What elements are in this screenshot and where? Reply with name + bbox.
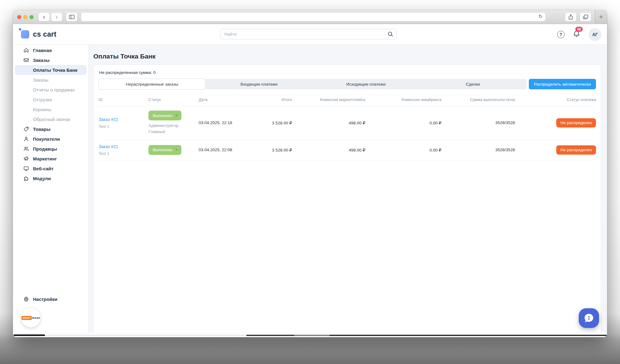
address-bar[interactable]: ↻ xyxy=(81,13,545,21)
sidebar-toggle-button[interactable] xyxy=(66,13,77,21)
sidebar-panel-icon xyxy=(69,15,75,19)
toolbar-right xyxy=(565,13,591,21)
order-date: 03.04.2025, 22:08 xyxy=(199,140,253,160)
new-tab-button[interactable]: + xyxy=(595,10,607,24)
plus-icon: + xyxy=(599,13,603,21)
page-title: Оплаты Точка Банк xyxy=(93,53,601,60)
caret-down-icon xyxy=(175,149,178,151)
smartrules-logo[interactable]: SMART RULES xyxy=(21,308,40,327)
chat-widget-button[interactable] xyxy=(579,308,599,328)
horizontal-scrollbar-thumb[interactable] xyxy=(14,334,45,336)
sidebar-item-modules[interactable]: Модули xyxy=(13,173,88,183)
monitor-icon xyxy=(23,165,29,172)
order-status-dropdown[interactable]: Выполнен xyxy=(148,111,181,120)
app-body: Главная Заказы Оплаты Точка Банк Заказы … xyxy=(13,45,607,333)
marketplace-fee: 498.00 ₽ xyxy=(292,140,365,160)
payments-table: ID Статус Дата Итого Комиссия маркетплей… xyxy=(99,95,596,160)
zoom-window-button[interactable] xyxy=(30,15,34,19)
inbox-icon xyxy=(23,57,29,63)
forward-button[interactable]: › xyxy=(51,13,62,21)
browser-titlebar: ‹ › ↻ + xyxy=(13,10,607,24)
tabs-icon xyxy=(583,14,588,19)
sidebar-item-customers[interactable]: Покупатели xyxy=(13,134,88,144)
search-icon[interactable] xyxy=(388,31,393,37)
order-link[interactable]: Заказ #22 xyxy=(99,117,118,122)
marketplace-fee: 498.00 ₽ xyxy=(292,106,365,140)
global-search xyxy=(220,29,397,39)
status-author: Администратор Главный xyxy=(148,123,185,135)
minimize-window-button[interactable] xyxy=(23,15,27,19)
column-header-date: Дата xyxy=(199,95,253,106)
order-link[interactable]: Заказ #21 xyxy=(99,144,118,149)
cs-cart-app: cs cart ? 68 АГ Главная xyxy=(13,24,607,333)
help-icon[interactable]: ? xyxy=(557,31,565,38)
sidebar: Главная Заказы Оплаты Точка Банк Заказы … xyxy=(13,45,89,333)
header-actions: ? 68 АГ xyxy=(557,24,602,45)
column-header-id: ID xyxy=(99,95,148,106)
tag-icon xyxy=(23,126,29,132)
tab-outgoing-payments[interactable]: Исходящие платежи xyxy=(313,79,419,89)
share-button[interactable] xyxy=(565,13,576,21)
table-header-row: ID Статус Дата Итого Комиссия маркетплей… xyxy=(99,95,596,106)
order-total: 3 528.00 ₽ xyxy=(253,106,292,140)
sidebar-item-sales-reports[interactable]: Отчеты о продажах xyxy=(13,85,88,95)
distribute-automatically-button[interactable]: Распределить автоматически xyxy=(529,79,596,89)
sidebar-item-home[interactable]: Главная xyxy=(13,45,88,55)
home-icon xyxy=(23,47,29,53)
payout-balance: 3528/3528 xyxy=(441,140,515,160)
smartrules-logo-smart: SMART xyxy=(22,316,32,320)
browser-window: ‹ › ↻ + cs cart xyxy=(13,10,607,337)
column-header-payout-balance: Сумма выплаты/остаток xyxy=(441,95,515,106)
reload-icon[interactable]: ↻ xyxy=(539,14,543,19)
chevron-left-icon: ‹ xyxy=(43,13,45,20)
payments-card: Не распределенная сумма: 0 Нераспределен… xyxy=(93,64,601,333)
column-header-status: Статус xyxy=(148,95,199,106)
sidebar-item-orders-sub[interactable]: Заказы xyxy=(13,75,88,85)
window-controls xyxy=(17,15,34,19)
caret-down-icon xyxy=(175,115,178,116)
payout-balance: 3528/3528 xyxy=(441,106,515,140)
acquiring-fee: 0.00 ₽ xyxy=(365,140,441,160)
close-window-button[interactable] xyxy=(17,15,21,19)
sidebar-item-tochka-bank-payments[interactable]: Оплаты Точка Банк xyxy=(15,65,87,75)
smartrules-logo-rules: RULES xyxy=(32,317,40,319)
sidebar-item-settings[interactable]: Настройки xyxy=(13,294,88,304)
puzzle-icon xyxy=(23,175,29,181)
sidebar-item-carts[interactable]: Корзины xyxy=(13,104,88,114)
sidebar-item-orders[interactable]: Заказы xyxy=(13,55,88,65)
order-total: 3 528.00 ₽ xyxy=(253,140,292,160)
order-status-dropdown[interactable]: Выполнен xyxy=(148,145,181,155)
column-header-total: Итого xyxy=(253,95,292,106)
cs-cart-logo-icon xyxy=(21,30,29,38)
avatar[interactable]: АГ xyxy=(589,28,602,41)
gear-icon xyxy=(23,296,29,302)
customer-name: Test 1 xyxy=(99,151,148,156)
tabs-overview-button[interactable] xyxy=(580,13,591,21)
sidebar-item-shipments[interactable]: Отгрузки xyxy=(13,95,88,104)
order-date: 03.04.2025, 22:18 xyxy=(199,106,253,140)
column-header-marketplace-fee: Комиссия маркетплейса xyxy=(292,95,365,106)
sidebar-item-callback[interactable]: Обратный звонок xyxy=(13,114,88,124)
back-button[interactable]: ‹ xyxy=(38,13,50,21)
sidebar-item-marketing[interactable]: Маркетинг xyxy=(13,154,88,164)
cs-cart-logo-text: cs cart xyxy=(33,30,56,38)
chevron-right-icon: › xyxy=(56,13,58,20)
sidebar-item-vendors[interactable]: Продавцы xyxy=(13,144,88,154)
customer-name: Test 1 xyxy=(99,124,148,129)
sidebar-settings-wrap: Настройки xyxy=(13,294,88,304)
search-input[interactable] xyxy=(220,29,397,39)
column-header-acquiring-fee: Комиссия эквайринга xyxy=(365,95,441,106)
user-icon xyxy=(23,136,29,142)
tab-incoming-payments[interactable]: Входящие платежи xyxy=(205,79,312,89)
tab-unallocated-orders[interactable]: Нераспределенные заказы xyxy=(99,79,205,89)
sidebar-item-website[interactable]: Веб-сайт xyxy=(13,164,88,173)
column-header-payment-status: Статус платежа xyxy=(515,95,596,106)
tab-bar: Нераспределенные заказы Входящие платежи… xyxy=(99,79,526,89)
tab-deals[interactable]: Сделки xyxy=(419,79,526,89)
controls-row: Нераспределенные заказы Входящие платежи… xyxy=(99,79,596,89)
payment-status-badge[interactable]: Не распределен xyxy=(556,118,596,127)
cs-cart-logo[interactable]: cs cart xyxy=(21,30,56,38)
notifications-button[interactable]: 68 xyxy=(573,30,581,39)
sidebar-item-products[interactable]: Товары xyxy=(13,124,88,134)
payment-status-badge[interactable]: Не распределен xyxy=(556,145,596,155)
